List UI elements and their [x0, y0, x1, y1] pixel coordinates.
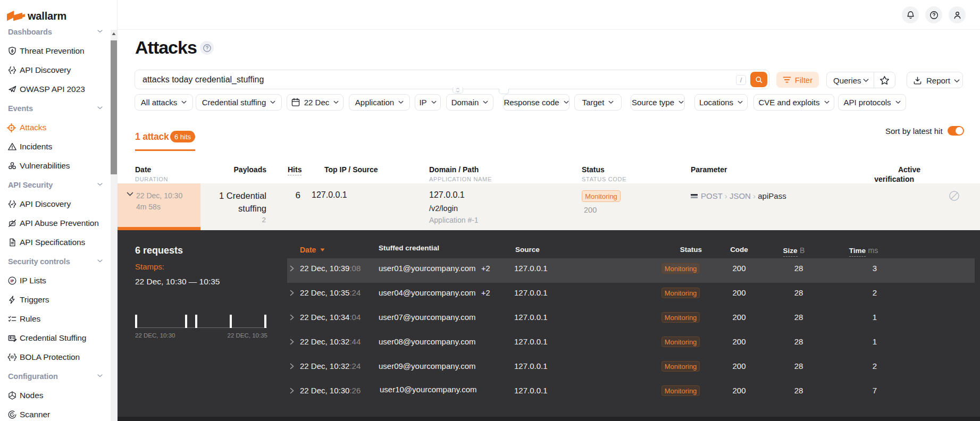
svg-text:IP: IP [11, 279, 14, 283]
svg-text:ID: ID [11, 355, 14, 359]
